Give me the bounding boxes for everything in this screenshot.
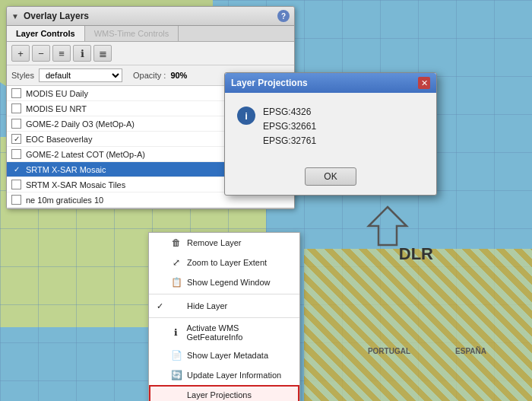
wms-info-icon: ℹ [169, 326, 182, 339]
hide-layer-icon [170, 300, 182, 312]
layer-checkbox[interactable] [11, 103, 21, 113]
layer-name: MODIS EU Daily [26, 89, 88, 98]
projection-item: EPSG:4326 [263, 105, 316, 119]
ctx-label: Remove Layer [187, 238, 242, 247]
panel-help-button[interactable]: ? [277, 10, 290, 22]
layer-checkbox[interactable] [11, 119, 21, 129]
layer-name: GOME-2 Latest COT (MetOp-A) [26, 150, 145, 159]
dlr-logo: DLR [399, 244, 433, 264]
ctx-label: Show Legend Window [187, 278, 270, 287]
layer-name: GOME-2 Daily O3 (MetOp-A) [26, 119, 135, 129]
layer-name: SRTM X-SAR Mosaic [26, 165, 106, 174]
panel-collapse-arrow[interactable]: ▼ [11, 12, 19, 21]
map-pattern [304, 249, 532, 401]
layer-name: MODIS EU NRT [26, 104, 87, 113]
ctx-show-legend[interactable]: 📋 Show Legend Window [149, 272, 299, 292]
layer-checkbox[interactable] [11, 88, 21, 98]
dialog-close-button[interactable]: ✕ [418, 77, 430, 89]
panel-tabs: Layer Controls WMS-Time Controls [7, 26, 294, 42]
info-button[interactable]: ℹ [73, 45, 91, 62]
dialog-projections-list: EPSG:4326 EPSG:32661 EPSG:32761 [263, 105, 316, 149]
ctx-label: Layer Projections [187, 390, 252, 399]
dialog-titlebar: Layer Projections ✕ [225, 73, 436, 93]
ctx-show-metadata[interactable]: 📄 Show Layer Metadata [149, 345, 299, 365]
layer-checkbox[interactable]: ✓ [11, 134, 21, 144]
dialog-info-icon: i [237, 107, 255, 125]
projection-item: EPSG:32761 [263, 134, 316, 148]
dialog-ok-button[interactable]: OK [305, 167, 356, 186]
ctx-hide-layer[interactable]: ✓ Hide Layer [149, 296, 299, 316]
ctx-wms-getfeatureinfo[interactable]: ℹ Activate WMS GetFeatureInfo [149, 320, 299, 345]
opacity-value: 90% [170, 71, 187, 80]
projection-item: EPSG:32661 [263, 119, 316, 134]
ctx-checkmark: ✓ [157, 301, 166, 311]
dialog-body: i EPSG:4326 EPSG:32661 EPSG:32761 [225, 93, 436, 161]
remove-layer-icon: 🗑 [170, 237, 182, 249]
dialog-title: Layer Projections [231, 78, 308, 88]
layer-name: ne 10m graticules 10 [26, 196, 103, 205]
ctx-separator [149, 317, 299, 318]
layer-name: SRTM X-SAR Mosaic Tiles [26, 180, 125, 189]
projections-icon [170, 389, 182, 401]
ctx-label: Activate WMS GetFeatureInfo [186, 323, 292, 342]
ctx-layer-projections[interactable]: Layer Projections [149, 385, 299, 401]
zoom-extent-icon: ⤢ [170, 256, 182, 269]
portugal-label: PORTUGAL [368, 347, 410, 355]
ctx-label: Hide Layer [187, 301, 227, 310]
layer-toolbar: + − ≡ ℹ ≣ [7, 42, 294, 65]
layer-name: EOC Baseoverlay [26, 135, 92, 144]
columns-button[interactable]: ≣ [93, 45, 112, 62]
layer-projections-dialog: Layer Projections ✕ i EPSG:4326 EPSG:326… [224, 72, 437, 196]
espana-label: ESPAÑA [455, 347, 486, 355]
context-menu: 🗑 Remove Layer ⤢ Zoom to Layer Extent 📋 … [148, 232, 300, 401]
ctx-remove-layer[interactable]: 🗑 Remove Layer [149, 233, 299, 253]
layer-checkbox[interactable] [11, 195, 21, 205]
add-layer-button[interactable]: + [11, 45, 30, 62]
ctx-separator [149, 294, 299, 294]
tab-wms-time-controls: WMS-Time Controls [85, 26, 179, 41]
panel-titlebar: ▼ Overlay Layers ? [7, 7, 294, 26]
update-icon: 🔄 [170, 369, 182, 381]
list-view-button[interactable]: ≡ [52, 45, 71, 62]
styles-select[interactable]: default [39, 68, 122, 82]
ctx-label: Zoom to Layer Extent [187, 258, 267, 267]
remove-layer-button[interactable]: − [32, 45, 50, 62]
svg-marker-0 [369, 207, 407, 245]
panel-title: Overlay Layers [24, 11, 89, 21]
ctx-label: Update Layer Information [187, 371, 281, 380]
dlr-arrow-icon [365, 203, 410, 249]
legend-icon: 📋 [170, 276, 182, 288]
styles-label: Styles [11, 71, 34, 80]
ctx-label: Show Layer Metadata [187, 351, 268, 360]
layer-checkbox[interactable] [11, 180, 21, 189]
layer-checkbox[interactable]: ✓ [11, 164, 21, 174]
opacity-label: Opacity : [133, 71, 166, 80]
dialog-footer: OK [225, 161, 436, 195]
layer-checkbox[interactable] [11, 149, 21, 159]
ctx-update-layer[interactable]: 🔄 Update Layer Information [149, 365, 299, 385]
metadata-icon: 📄 [170, 349, 182, 361]
tab-layer-controls[interactable]: Layer Controls [7, 26, 85, 41]
ctx-zoom-extent[interactable]: ⤢ Zoom to Layer Extent [149, 253, 299, 272]
